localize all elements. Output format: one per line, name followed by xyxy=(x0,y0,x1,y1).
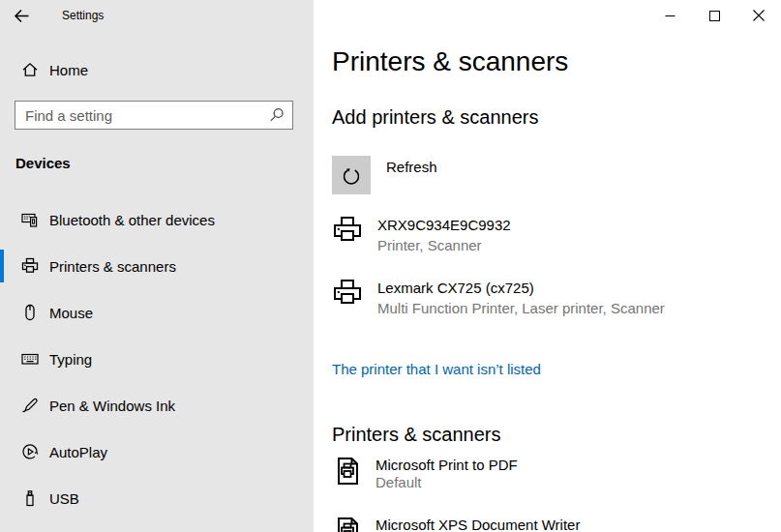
printer-not-listed-link[interactable]: The printer that I want isn’t listed xyxy=(332,361,541,377)
search-input[interactable] xyxy=(15,102,292,129)
device-description: Multi Function Printer, Laser printer, S… xyxy=(377,298,665,318)
devices-section-heading: Devices xyxy=(15,155,314,171)
sidebar-item-home[interactable]: Home xyxy=(0,50,314,89)
discovered-printer-xrx[interactable]: XRX9C934E9C9932 Printer, Scanner xyxy=(332,215,511,255)
search-icon xyxy=(269,107,285,123)
refresh-button[interactable]: Refresh xyxy=(332,156,437,194)
discovered-printer-lexmark[interactable]: Lexmark CX725 (cx725) Multi Function Pri… xyxy=(332,278,665,318)
sidebar-item-label: Typing xyxy=(49,351,92,368)
devices-icon xyxy=(21,211,39,228)
selected-indicator xyxy=(0,250,4,282)
close-icon xyxy=(753,10,765,21)
titlebar-left: Settings xyxy=(0,0,314,31)
sidebar-item-label: Mouse xyxy=(49,305,93,321)
maximize-icon xyxy=(709,11,720,21)
sidebar-item-label: USB xyxy=(49,490,79,507)
printer-status: Default xyxy=(375,474,518,490)
device-text: XRX9C934E9C9932 Printer, Scanner xyxy=(377,215,511,255)
maximize-button[interactable] xyxy=(692,0,736,31)
device-name: Lexmark CX725 (cx725) xyxy=(377,278,665,298)
sidebar-item-mouse[interactable]: Mouse xyxy=(0,293,314,332)
device-name: XRX9C934E9C9932 xyxy=(377,215,511,235)
minimize-button[interactable] xyxy=(647,0,692,31)
print-to-file-icon xyxy=(332,456,363,487)
print-to-file-icon xyxy=(332,516,363,532)
installed-section-heading: Printers & scanners xyxy=(332,422,781,447)
installed-printer-list: Microsoft Print to PDF Default Microsoft… xyxy=(332,456,781,532)
settings-window: Settings Home Devices xyxy=(0,0,781,532)
sidebar-item-label: Home xyxy=(49,62,88,78)
window-controls xyxy=(647,0,781,31)
printer-text: Microsoft Print to PDF Default xyxy=(375,456,518,490)
discovered-device-list: XRX9C934E9C9932 Printer, Scanner Lexmark… xyxy=(332,215,781,318)
autoplay-icon xyxy=(21,443,39,460)
back-button[interactable] xyxy=(14,7,31,24)
refresh-label: Refresh xyxy=(386,159,437,175)
sidebar-nav: Bluetooth & other devices Printers & sca… xyxy=(0,200,314,517)
sidebar-item-usb[interactable]: USB xyxy=(0,479,314,517)
usb-icon xyxy=(21,489,39,507)
printer-text: Microsoft XPS Document Writer xyxy=(375,516,580,532)
installed-printer-xps[interactable]: Microsoft XPS Document Writer xyxy=(332,516,580,532)
main-panel: Printers & scanners Add printers & scann… xyxy=(314,0,781,532)
sidebar-item-label: AutoPlay xyxy=(49,444,107,460)
back-arrow-icon xyxy=(14,8,30,24)
sidebar-item-label: Pen & Windows Ink xyxy=(49,398,175,414)
device-text: Lexmark CX725 (cx725) Multi Function Pri… xyxy=(377,278,665,318)
printer-name: Microsoft XPS Document Writer xyxy=(375,516,580,532)
sidebar-item-typing[interactable]: Typing xyxy=(0,340,314,378)
sidebar: Settings Home Devices xyxy=(0,0,314,532)
sidebar-item-pen[interactable]: Pen & Windows Ink xyxy=(0,386,314,425)
keyboard-icon xyxy=(21,350,39,368)
printer-icon xyxy=(21,257,39,275)
sidebar-item-bluetooth[interactable]: Bluetooth & other devices xyxy=(0,200,314,239)
sidebar-item-printers[interactable]: Printers & scanners xyxy=(0,247,314,285)
pen-icon xyxy=(21,397,39,414)
refresh-icon xyxy=(341,164,362,186)
device-description: Printer, Scanner xyxy=(377,235,511,255)
refresh-button-square xyxy=(332,156,371,194)
printer-device-icon xyxy=(332,215,363,246)
minimize-icon xyxy=(665,11,676,21)
search-box xyxy=(15,101,293,130)
sidebar-item-autoplay[interactable]: AutoPlay xyxy=(0,432,314,471)
printer-device-icon xyxy=(332,278,363,309)
add-section-heading: Add printers & scanners xyxy=(332,104,781,130)
home-icon xyxy=(21,61,39,78)
sidebar-item-label: Printers & scanners xyxy=(49,258,176,275)
mouse-icon xyxy=(21,304,39,321)
printer-name: Microsoft Print to PDF xyxy=(375,456,518,474)
installed-printer-pdf[interactable]: Microsoft Print to PDF Default xyxy=(332,456,518,490)
close-button[interactable] xyxy=(736,0,781,31)
app-title: Settings xyxy=(62,9,104,22)
sidebar-item-label: Bluetooth & other devices xyxy=(49,212,215,228)
